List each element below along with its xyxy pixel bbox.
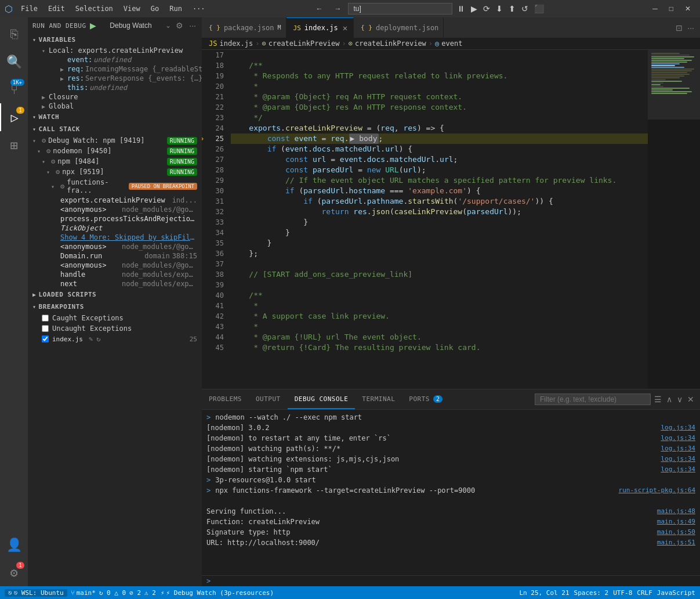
tab-problems[interactable]: PROBLEMS xyxy=(202,389,249,409)
frame-anonymous1[interactable]: <anonymous> node_modules/@go... xyxy=(28,205,202,214)
status-encoding[interactable]: UTF-8 xyxy=(613,589,632,597)
frame-processTicksAndRejections[interactable]: process.processTicksAndRejections xyxy=(28,214,202,223)
nav-back[interactable]: ← xyxy=(311,3,327,14)
status-warnings[interactable]: ⚠ 2 xyxy=(144,589,156,597)
frame-domain-run[interactable]: Domain.run domain 388:15 xyxy=(28,251,202,261)
debug-step-into[interactable]: ⟳ xyxy=(481,3,492,15)
menu-view[interactable]: View xyxy=(119,3,145,14)
status-line-endings[interactable]: CRLF xyxy=(637,589,652,597)
scope-local[interactable]: ▾ Local: exports.createLinkPreview xyxy=(28,46,202,55)
code-content[interactable]: /** * Responds to any HTTP request relat… xyxy=(229,50,648,389)
tab-package-json[interactable]: { } package.json M xyxy=(202,17,286,38)
frame-handle[interactable]: handle node_modules/express/lib/... xyxy=(28,270,202,279)
file-ref[interactable]: main.js:48 xyxy=(657,506,695,517)
var-event[interactable]: event: undefined xyxy=(28,55,202,64)
debug-restart[interactable]: ⬆ xyxy=(506,3,518,15)
minimap-slider[interactable] xyxy=(648,50,700,120)
maximize-btn[interactable]: □ xyxy=(665,3,678,14)
nav-forward[interactable]: → xyxy=(329,3,346,14)
bc-create-link-preview2[interactable]: createLinkPreview xyxy=(355,39,426,48)
file-ref[interactable]: log.js:34 xyxy=(661,464,695,475)
menu-edit[interactable]: Edit xyxy=(43,3,70,14)
debug-hotcode[interactable]: ⬛ xyxy=(532,3,546,15)
panel-list-view-btn[interactable]: ☰ xyxy=(653,394,663,405)
close-btn[interactable]: ✕ xyxy=(680,3,695,14)
status-remote[interactable]: ⎋ ⎋ WSL: Ubuntu xyxy=(5,589,67,597)
debug-step-over[interactable]: ▶ xyxy=(469,3,480,15)
panel-close-btn[interactable]: ✕ xyxy=(686,394,695,405)
frame-next[interactable]: next node_modules/express/lib/ro... xyxy=(28,279,202,288)
split-editor-btn[interactable]: ⊡ xyxy=(674,22,684,34)
status-debug-session[interactable]: ⚡ ⚡ Debug Watch (3p-resources) xyxy=(161,589,274,597)
menu-go[interactable]: Go xyxy=(146,3,164,14)
activity-source-control[interactable]: ⑂ 1K+ xyxy=(0,75,28,103)
frame-anonymous2[interactable]: <anonymous> node_modules/@go... xyxy=(28,242,202,251)
activity-settings[interactable]: ⚙ 1 xyxy=(0,558,28,586)
scope-global[interactable]: ▶ Global xyxy=(28,102,202,111)
panel-filter-input[interactable] xyxy=(535,394,651,405)
menu-selection[interactable]: Selection xyxy=(71,3,118,14)
status-errors[interactable]: ⊘ 2 xyxy=(129,589,141,597)
stack-nodemon9450[interactable]: ▾ ⚙ nodemon [9450] RUNNING xyxy=(28,146,202,156)
activity-explorer[interactable]: ⎘ xyxy=(0,20,28,48)
menu-file[interactable]: File xyxy=(16,3,42,14)
debug-config-btn[interactable]: ▶ Debug Watch ⌄ xyxy=(90,21,172,30)
file-ref[interactable]: log.js:34 xyxy=(661,433,695,443)
file-ref[interactable]: run-script-pkg.js:64 xyxy=(619,485,695,496)
loaded-scripts-header[interactable]: ▶ LOADED SCRIPTS xyxy=(28,288,202,301)
variables-section-header[interactable]: ▾ VARIABLES xyxy=(28,34,202,46)
indexjs-checkbox[interactable] xyxy=(42,335,49,342)
launch-json-btn[interactable]: ⚙ xyxy=(175,20,184,31)
frame-anonymous3[interactable]: <anonymous> node_modules/@go... xyxy=(28,261,202,270)
call-stack-section-header[interactable]: ▾ CALL STACK xyxy=(28,123,202,135)
tab-index-js[interactable]: JS index.js ✕ xyxy=(286,17,354,38)
activity-extensions[interactable]: ⊞ xyxy=(0,131,28,159)
debug-continue[interactable]: ⏸ xyxy=(455,3,467,15)
tab-terminal[interactable]: TERMINAL xyxy=(355,389,402,409)
file-ref[interactable]: log.js:34 xyxy=(661,443,695,454)
stack-functions-fra[interactable]: ▾ ⚙ functions-fra... PAUSED ON BREAKPOIN… xyxy=(28,177,202,196)
debug-stop[interactable]: ↺ xyxy=(519,3,531,15)
menu-run[interactable]: Run xyxy=(165,3,187,14)
activity-search[interactable]: 🔍 xyxy=(0,48,28,75)
frame-show-more[interactable]: Show 4 More: Skipped by skipFiles xyxy=(28,233,202,242)
scope-closure[interactable]: ▶ Closure xyxy=(28,92,202,102)
watch-section-header[interactable]: ▾ WATCH xyxy=(28,111,202,123)
file-ref[interactable]: main.js:50 xyxy=(657,527,695,537)
var-res[interactable]: ▶ res: ServerResponse {_events: {…}, _e.… xyxy=(28,74,202,83)
tab-output[interactable]: OUTPUT xyxy=(249,389,288,409)
bc-event[interactable]: event xyxy=(441,39,462,48)
stack-npx9519[interactable]: ▾ ⚙ npx [9519] RUNNING xyxy=(28,167,202,177)
uncaught-exceptions-checkbox[interactable] xyxy=(42,325,49,332)
tab-ports[interactable]: PORTS 2 xyxy=(402,389,449,409)
file-ref[interactable]: log.js:34 xyxy=(661,454,695,464)
frame-createLinkPreview[interactable]: exports.createLinkPreview ind... xyxy=(28,196,202,205)
status-branch[interactable]: ⑂ main* xyxy=(71,589,96,597)
panel-scroll-down-btn[interactable]: ∨ xyxy=(676,394,684,405)
breakpoints-section-header[interactable]: ▾ BREAKPOINTS xyxy=(28,301,202,313)
status-spaces[interactable]: Spaces: 2 xyxy=(574,589,609,597)
minimize-btn[interactable]: ─ xyxy=(648,3,662,14)
activity-avatar[interactable]: 👤 xyxy=(0,531,28,558)
debug-step-out[interactable]: ⬇ xyxy=(494,3,505,15)
debug-console-output[interactable]: > nodemon --watch ./ --exec npm start [n… xyxy=(202,410,700,575)
stack-npm9484[interactable]: ▾ ⚙ npm [9484] RUNNING xyxy=(28,156,202,167)
var-req[interactable]: ▶ req: IncomingMessage {_readableState:.… xyxy=(28,64,202,74)
var-this[interactable]: this: undefined xyxy=(28,83,202,92)
menu-more[interactable]: ··· xyxy=(188,3,210,14)
file-ref[interactable]: log.js:34 xyxy=(661,423,695,433)
status-language[interactable]: JavaScript xyxy=(657,589,695,597)
stack-npm9419[interactable]: ▾ ⚙ Debug Watch: npm [9419] RUNNING xyxy=(28,135,202,146)
caught-exceptions-checkbox[interactable] xyxy=(42,315,49,322)
search-input[interactable] xyxy=(348,3,452,15)
activity-debug[interactable]: ▷ 1 xyxy=(0,103,28,131)
tab-close-icon[interactable]: ✕ xyxy=(342,22,349,34)
bc-create-link-preview[interactable]: createLinkPreview xyxy=(269,39,340,48)
file-ref[interactable]: main.js:51 xyxy=(657,537,695,548)
status-sync[interactable]: ↻ 0 △ 0 xyxy=(99,589,126,597)
bc-filename[interactable]: index.js xyxy=(219,39,253,48)
frame-tickobject[interactable]: TickObject xyxy=(28,223,202,233)
console-input[interactable] xyxy=(213,577,695,585)
tab-deployment-json[interactable]: { } deployment.json xyxy=(354,17,444,38)
status-position[interactable]: Ln 25, Col 21 xyxy=(519,589,569,597)
